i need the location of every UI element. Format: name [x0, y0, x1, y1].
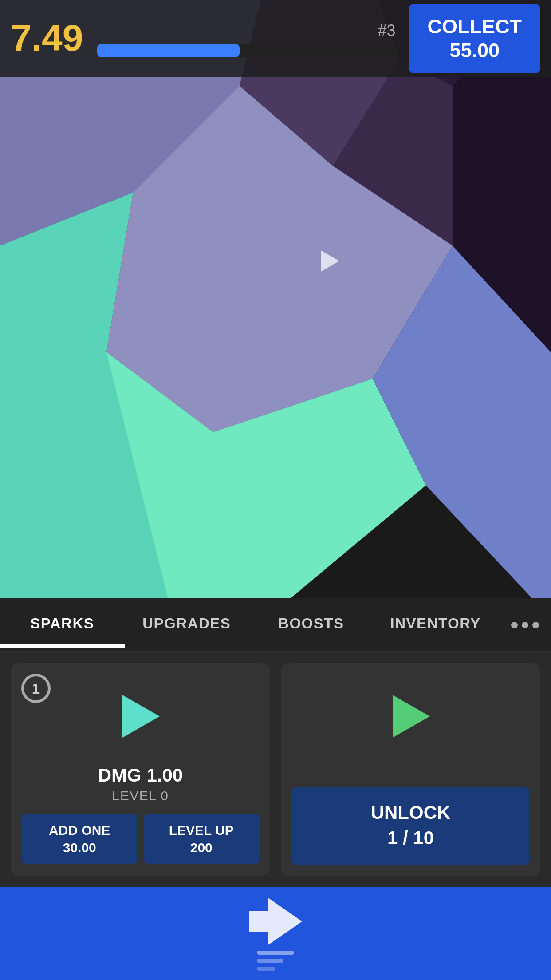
dot1 [511, 621, 517, 628]
spark-number-1: 1 [21, 674, 51, 703]
unlock-button[interactable]: UNLOCK 1 / 10 [291, 786, 530, 865]
action-icon-wrap [249, 897, 302, 970]
spark-name-1: DMG 1.00 [98, 764, 183, 786]
dots-icon [511, 621, 539, 628]
dot3 [532, 621, 539, 628]
rank-label: #3 [97, 21, 396, 40]
level-up-button[interactable]: LEVEL UP200 [143, 814, 260, 864]
spark-arrow-icon-2 [392, 695, 429, 738]
svg-marker-10 [249, 897, 302, 945]
app: 7.49 #3 COLLECT 55.00 [0, 0, 551, 980]
spark-level-1: LEVEL 0 [112, 788, 169, 803]
unlock-sub: 1 / 10 [387, 827, 434, 849]
action-svg-icon [249, 897, 302, 945]
tab-boosts[interactable]: BOOSTS [249, 601, 374, 648]
progress-bar-background [97, 43, 396, 57]
spark-card-1: 1 DMG 1.00 LEVEL 0 ADD ONE30.00 LEVEL UP… [11, 663, 270, 876]
collect-line2: 55.00 [449, 39, 500, 61]
tab-upgrades[interactable]: UPGRADES [125, 601, 249, 648]
progress-container: #3 [97, 21, 396, 57]
tabs-bar: SPARKS UPGRADES BOOSTS INVENTORY [0, 598, 551, 652]
game-cursor-icon [321, 250, 339, 271]
add-one-button[interactable]: ADD ONE30.00 [21, 814, 138, 864]
spark-buttons-1: ADD ONE30.00 LEVEL UP200 [21, 814, 260, 864]
game-background [0, 0, 551, 598]
dot2 [521, 621, 528, 628]
action-bar[interactable] [0, 887, 551, 980]
tab-sparks[interactable]: SPARKS [0, 601, 125, 648]
game-area[interactable] [0, 0, 551, 598]
spark-icon-area-1 [101, 676, 181, 756]
spark-icon-area-2 [371, 676, 451, 756]
tab-inventory[interactable]: INVENTORY [374, 601, 498, 648]
unlock-label: UNLOCK [371, 801, 451, 822]
action-arrow-icon [249, 897, 302, 970]
bottom-panel: SPARKS UPGRADES BOOSTS INVENTORY [0, 598, 551, 980]
more-options-button[interactable] [498, 598, 551, 651]
spark-arrow-icon-1 [122, 695, 159, 738]
score-display: 7.49 [11, 17, 83, 60]
collect-button[interactable]: COLLECT 55.00 [409, 4, 540, 73]
collect-line1: COLLECT [428, 15, 522, 37]
hud: 7.49 #3 COLLECT 55.00 [0, 0, 551, 77]
spark-card-2: UNLOCK 1 / 10 [281, 663, 540, 876]
sparks-grid: 1 DMG 1.00 LEVEL 0 ADD ONE30.00 LEVEL UP… [0, 652, 551, 887]
progress-bar-fill [97, 43, 240, 57]
